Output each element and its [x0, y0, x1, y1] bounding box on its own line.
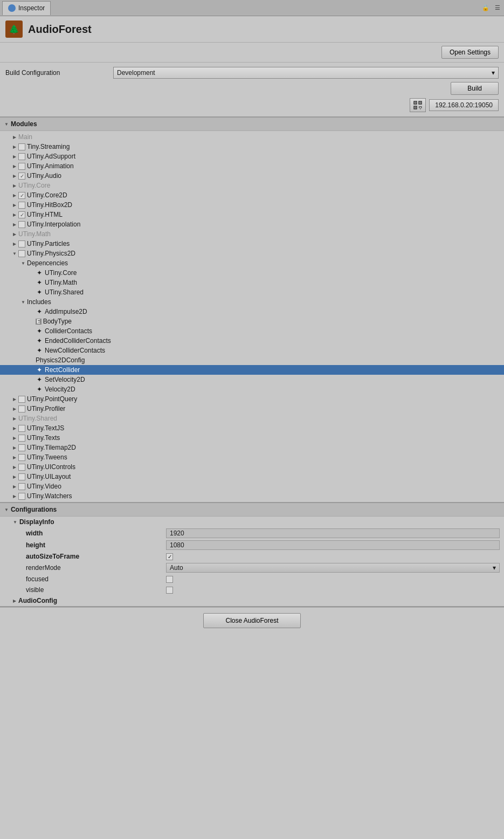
- tree-item-inc-addimpulse2d[interactable]: ✦AddImpulse2D: [0, 307, 504, 317]
- tree-item-utiny-core[interactable]: UTiny.Core: [0, 181, 504, 190]
- tree-item-inc-setvelocity2d[interactable]: ✦SetVelocity2D: [0, 375, 504, 384]
- tree-item-utiny-tilemap2d[interactable]: UTiny.Tilemap2D: [0, 443, 504, 452]
- checkbox-utiny-tilemap2d[interactable]: [18, 444, 25, 451]
- tree-item-depencencies[interactable]: Depencencies: [0, 258, 504, 268]
- tree-item-utiny-interpolation[interactable]: UTiny.Interpolation: [0, 219, 504, 229]
- expand-arrow-main[interactable]: [11, 135, 18, 140]
- configurations-header[interactable]: ▼ Configurations: [0, 503, 504, 517]
- expand-arrow-utiny-audio[interactable]: [11, 174, 18, 178]
- checkbox-utiny-animation[interactable]: [18, 163, 25, 170]
- tree-item-inc-collidercontacts[interactable]: ✦ColliderContacts: [0, 326, 504, 336]
- expand-arrow-utiny-video[interactable]: [11, 484, 18, 489]
- expand-arrow-utiny-math[interactable]: [11, 232, 18, 237]
- expand-arrow-utiny-watchers[interactable]: [11, 494, 18, 499]
- tree-item-utiny-core2d[interactable]: ✓UTiny.Core2D: [0, 190, 504, 200]
- menu-icon[interactable]: ☰: [493, 4, 502, 12]
- qr-button[interactable]: [410, 98, 426, 112]
- checkbox-utiny-interpolation[interactable]: [18, 221, 25, 228]
- expand-arrow-utiny-texts[interactable]: [11, 436, 18, 441]
- tree-item-utiny-physics2d[interactable]: UTiny.Physics2D: [0, 249, 504, 258]
- expand-arrow-utiny-core2d[interactable]: [11, 193, 18, 198]
- tree-item-utiny-uilayout[interactable]: UTiny.UILayout: [0, 472, 504, 482]
- tree-item-dep-shared[interactable]: ✦UTiny.Shared: [0, 287, 504, 297]
- tree-item-dep-math[interactable]: ✦UTiny.Math: [0, 278, 504, 287]
- tree-item-utiny-watchers[interactable]: UTiny.Watchers: [0, 491, 504, 501]
- expand-arrow-utiny-adsupport[interactable]: [11, 154, 18, 159]
- width-value[interactable]: 1920: [166, 528, 500, 538]
- expand-arrow-utiny-tweens[interactable]: [11, 455, 18, 460]
- checkbox-utiny-core2d[interactable]: ✓: [18, 192, 25, 199]
- expand-arrow-utiny-animation[interactable]: [11, 164, 18, 169]
- expand-arrow-tiny-streaming[interactable]: [11, 145, 18, 149]
- checkbox-utiny-hitbox2d[interactable]: [18, 202, 25, 209]
- checkbox-utiny-profiler[interactable]: [18, 405, 25, 412]
- checkbox-utiny-uilayout[interactable]: [18, 473, 25, 480]
- checkbox-utiny-tweens[interactable]: [18, 454, 25, 461]
- tree-item-utiny-shared[interactable]: UTiny.Shared: [0, 414, 504, 423]
- tree-item-main[interactable]: Main: [0, 132, 504, 142]
- expand-arrow-utiny-html[interactable]: [11, 212, 18, 217]
- tree-item-inc-velocity2d[interactable]: ✦Velocity2D: [0, 384, 504, 394]
- tree-item-inc-bodytype[interactable]: EBodyType: [0, 317, 504, 326]
- tree-item-utiny-tweens[interactable]: UTiny.Tweens: [0, 452, 504, 462]
- checkbox-utiny-video[interactable]: [18, 483, 25, 490]
- expand-arrow-utiny-shared[interactable]: [11, 416, 18, 421]
- expand-arrow-utiny-particles[interactable]: [11, 242, 18, 246]
- tree-item-utiny-adsupport[interactable]: UTiny.AdSupport: [0, 152, 504, 161]
- rendermode-select[interactable]: Auto ▾: [166, 563, 500, 573]
- expand-arrow-utiny-core[interactable]: [11, 183, 18, 188]
- tree-item-utiny-profiler[interactable]: UTiny.Profiler: [0, 404, 504, 414]
- checkbox-utiny-pointquery[interactable]: [18, 396, 25, 403]
- open-settings-button[interactable]: Open Settings: [441, 46, 499, 59]
- tree-item-inc-physics2dconfig[interactable]: Physics2DConfig: [0, 355, 504, 365]
- tree-item-utiny-html[interactable]: ✓UTiny.HTML: [0, 210, 504, 219]
- checkbox-utiny-texts[interactable]: [18, 435, 25, 442]
- height-value[interactable]: 1080: [166, 540, 500, 550]
- tree-item-tiny-streaming[interactable]: Tiny.Streaming: [0, 142, 504, 152]
- close-button[interactable]: Close AudioForest: [203, 613, 300, 628]
- checkbox-utiny-uicontrols[interactable]: [18, 464, 25, 471]
- tree-item-utiny-animation[interactable]: UTiny.Animation: [0, 161, 504, 171]
- build-button[interactable]: Build: [451, 82, 499, 95]
- checkbox-utiny-particles[interactable]: [18, 240, 25, 247]
- expand-arrow-utiny-interpolation[interactable]: [11, 222, 18, 227]
- tree-item-inc-rectcollider[interactable]: ✦RectCollider: [0, 365, 504, 375]
- tree-item-utiny-particles[interactable]: UTiny.Particles: [0, 239, 504, 249]
- tree-item-inc-endedcollider[interactable]: ✦EndedColliderContacts: [0, 336, 504, 346]
- expand-arrow-utiny-profiler[interactable]: [11, 407, 18, 411]
- expand-arrow-depencencies[interactable]: [19, 261, 27, 266]
- tree-item-utiny-texts[interactable]: UTiny.Texts: [0, 433, 504, 443]
- checkbox-tiny-streaming[interactable]: [18, 143, 25, 150]
- checkbox-utiny-watchers[interactable]: [18, 493, 25, 500]
- tree-item-utiny-textjs[interactable]: UTiny.TextJS: [0, 423, 504, 433]
- tree-item-utiny-audio[interactable]: ✓UTiny.Audio: [0, 171, 504, 181]
- focused-checkbox[interactable]: [166, 576, 173, 583]
- visible-checkbox[interactable]: [166, 587, 173, 594]
- expand-arrow-includes[interactable]: [19, 300, 27, 305]
- build-config-select[interactable]: Development ▾: [113, 67, 499, 79]
- checkbox-utiny-audio[interactable]: ✓: [18, 173, 25, 180]
- tree-item-utiny-uicontrols[interactable]: UTiny.UIControls: [0, 462, 504, 472]
- expand-arrow-utiny-pointquery[interactable]: [11, 397, 18, 402]
- tree-item-utiny-hitbox2d[interactable]: UTiny.HitBox2D: [0, 200, 504, 210]
- inspector-tab[interactable]: Inspector: [2, 1, 51, 15]
- expand-arrow-utiny-hitbox2d[interactable]: [11, 203, 18, 208]
- checkbox-utiny-textjs[interactable]: [18, 425, 25, 432]
- tree-item-dep-core[interactable]: ✦UTiny.Core: [0, 268, 504, 278]
- expand-arrow-utiny-uicontrols[interactable]: [11, 465, 18, 470]
- tree-item-utiny-video[interactable]: UTiny.Video: [0, 482, 504, 491]
- expand-arrow-utiny-physics2d[interactable]: [11, 251, 18, 256]
- autosize-checkbox[interactable]: ✓: [166, 553, 173, 560]
- checkbox-utiny-physics2d[interactable]: [18, 250, 25, 257]
- tree-item-inc-newcollider[interactable]: ✦NewColliderContacts: [0, 346, 504, 355]
- lock-icon[interactable]: 🔒: [480, 4, 491, 12]
- expand-arrow-utiny-uilayout[interactable]: [11, 474, 18, 479]
- expand-arrow-utiny-tilemap2d[interactable]: [11, 445, 18, 450]
- tree-item-utiny-math[interactable]: UTiny.Math: [0, 229, 504, 239]
- expand-arrow-utiny-textjs[interactable]: [11, 426, 18, 431]
- modules-header[interactable]: ▼ Modules: [0, 118, 504, 131]
- tree-item-includes[interactable]: Includes: [0, 297, 504, 307]
- checkbox-utiny-html[interactable]: ✓: [18, 211, 25, 218]
- checkbox-utiny-adsupport[interactable]: [18, 153, 25, 160]
- tree-item-utiny-pointquery[interactable]: UTiny.PointQuery: [0, 394, 504, 404]
